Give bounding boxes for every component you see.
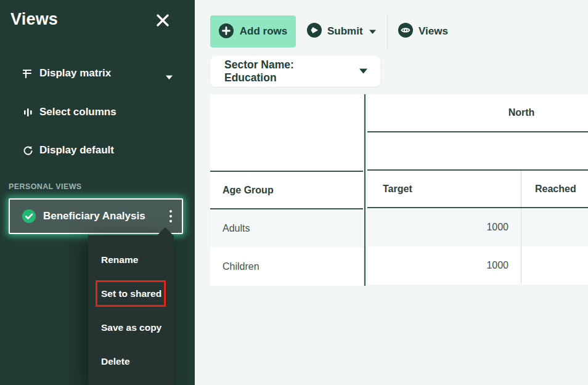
submit-label: Submit xyxy=(327,25,363,38)
sidebar-item-label: Display default xyxy=(39,144,114,156)
row-label-children[interactable]: Children xyxy=(210,248,363,286)
submit-button[interactable]: Submit xyxy=(307,15,377,47)
columns-icon xyxy=(22,107,34,118)
sector-filter-label: Sector Name: Education xyxy=(224,59,348,84)
close-icon[interactable] xyxy=(155,12,171,28)
menu-item-save-as-copy[interactable]: Save as copy xyxy=(101,318,161,337)
eye-icon xyxy=(398,23,413,40)
sidebar-item-display-default[interactable]: Display default xyxy=(22,141,176,160)
cell-adults-target[interactable]: 1000 xyxy=(367,208,521,246)
table-header-row: Target Reached xyxy=(367,169,588,208)
chevron-down-icon[interactable] xyxy=(165,71,173,83)
table-subgroup-row xyxy=(367,132,588,169)
sidebar-title: Views xyxy=(10,10,58,29)
sidebar-item-display-matrix[interactable]: Display matrix xyxy=(22,64,176,83)
column-header-target: Target xyxy=(367,171,521,207)
views-button[interactable]: Views xyxy=(398,15,448,47)
kebab-menu-icon[interactable] xyxy=(166,208,176,224)
table-row: 1000 xyxy=(367,246,588,285)
menu-item-rename[interactable]: Rename xyxy=(101,251,138,269)
check-circle-icon xyxy=(22,209,36,223)
views-label: Views xyxy=(419,25,448,38)
personal-views-section-label: PERSONAL VIEWS xyxy=(9,182,82,191)
sidebar-item-label: Select columns xyxy=(39,106,116,118)
add-rows-label: Add rows xyxy=(240,25,287,38)
table-corner-cell xyxy=(210,94,363,171)
matrix-icon xyxy=(22,68,34,79)
table-frozen-column-divider xyxy=(364,94,365,286)
personal-view-label: Beneficiary Analysis xyxy=(43,210,158,222)
add-rows-button[interactable]: Add rows xyxy=(210,15,296,47)
column-header-age-group: Age Group xyxy=(210,171,363,209)
column-header-reached: Reached xyxy=(521,171,588,207)
table-right-block: North Target Reached 1000 1000 xyxy=(367,94,588,285)
cell-adults-reached[interactable] xyxy=(521,208,588,246)
send-icon xyxy=(307,23,322,40)
plus-circle-icon xyxy=(219,23,234,40)
sidebar-item-label: Display matrix xyxy=(39,67,111,79)
group-header-north: North xyxy=(367,94,588,132)
sidebar-item-select-columns[interactable]: Select columns xyxy=(22,103,176,121)
sector-filter-dropdown[interactable]: Sector Name: Education xyxy=(210,56,380,87)
table-left-block: Age Group Adults Children xyxy=(210,94,363,286)
cell-children-reached[interactable] xyxy=(521,246,588,285)
row-label-adults[interactable]: Adults xyxy=(210,209,363,248)
table-row: 1000 xyxy=(367,208,588,246)
menu-item-set-to-shared[interactable]: Set to shared xyxy=(101,285,161,303)
views-sidebar: Views Display matrix Select columns xyxy=(0,0,195,385)
caret-down-icon xyxy=(359,66,368,77)
menu-item-delete[interactable]: Delete xyxy=(101,352,130,371)
menu-notch xyxy=(157,227,173,235)
cell-children-target[interactable]: 1000 xyxy=(367,246,521,285)
view-context-menu: Rename Set to shared Save as copy Delete xyxy=(88,235,174,385)
toolbar-divider xyxy=(387,14,388,49)
caret-down-icon[interactable] xyxy=(369,26,377,37)
reset-icon xyxy=(22,145,34,156)
